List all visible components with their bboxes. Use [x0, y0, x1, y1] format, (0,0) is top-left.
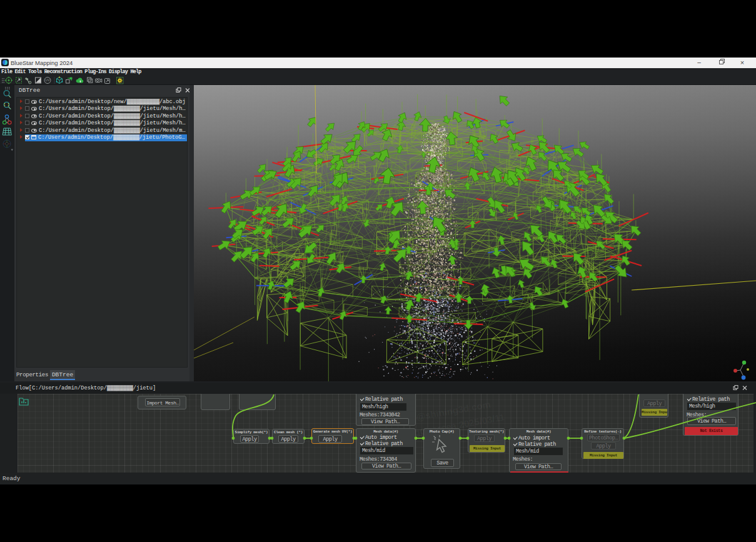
svg-text:UV: UV	[46, 78, 51, 82]
